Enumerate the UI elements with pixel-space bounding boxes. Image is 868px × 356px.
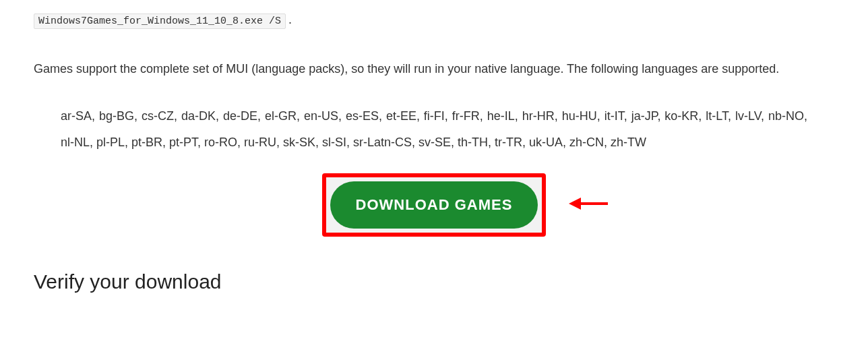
code-line: Windows7Games_for_Windows_11_10_8.exe /S… (34, 0, 834, 29)
code-command: Windows7Games_for_Windows_11_10_8.exe /S (34, 13, 286, 29)
intro-paragraph: Games support the complete set of MUI (l… (34, 56, 834, 83)
download-games-button[interactable]: DOWNLOAD GAMES (330, 181, 538, 229)
languages-list: ar-SA, bg-BG, cs-CZ, da-DK, de-DE, el-GR… (61, 103, 807, 156)
svg-marker-1 (569, 198, 581, 210)
code-period: . (288, 13, 292, 26)
arrow-icon (569, 194, 609, 216)
download-section: DOWNLOAD GAMES (34, 173, 834, 237)
highlight-box: DOWNLOAD GAMES (322, 173, 547, 237)
verify-heading: Verify your download (34, 270, 834, 293)
